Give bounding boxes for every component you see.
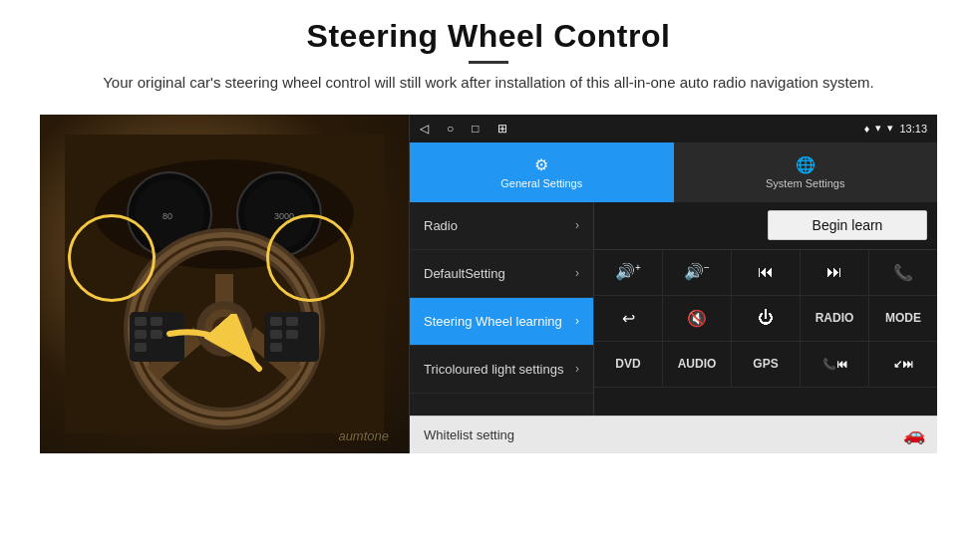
svg-rect-20 [135,330,147,339]
menu-icon[interactable]: ⊞ [497,122,507,136]
mode-button[interactable]: MODE [869,296,937,341]
mute-icon: 🔇 [687,309,707,328]
tab-system-label: System Settings [766,177,844,189]
settings-item-tricoloured-label: Tricoloured light settings [424,362,575,377]
status-bar-right: ♦ ▾ ▾ 13:13 [864,122,927,135]
steering-wheel-panel: 80 3000 [40,115,409,453]
svg-rect-25 [286,317,298,326]
vol-down-icon: 🔊− [684,262,710,281]
settings-item-radio[interactable]: Radio › [410,202,593,250]
phone-prev-icon: 📞⏮ [822,358,847,371]
gps-button[interactable]: GPS [732,342,801,387]
settings-item-tricoloured[interactable]: Tricoloured light settings › [410,346,593,394]
mute-button[interactable]: 🔇 [663,296,732,341]
phone-button[interactable]: 📞 [869,250,937,295]
control-grid: Begin learn 🔊+ 🔊− ⏮ [594,202,937,416]
settings-item-default[interactable]: DefaultSetting › [410,250,593,298]
power-icon: ⏻ [758,309,774,327]
settings-area: Radio › DefaultSetting › Steering Wheel … [410,202,937,416]
top-tabs: ⚙ General Settings 🌐 System Settings [410,142,937,202]
dvd-label: DVD [615,357,640,371]
content-area: 80 3000 [40,115,937,453]
phone-icon: 📞 [893,263,913,282]
tab-general[interactable]: ⚙ General Settings [410,142,674,202]
vol-down-button[interactable]: 🔊− [663,250,732,295]
whitelist-label: Whitelist setting [424,427,919,442]
wifi-icon: ▾ [875,122,881,135]
title-divider [469,61,508,64]
begin-learn-row: Begin learn [594,202,937,250]
android-panel: ◁ ○ □ ⊞ ♦ ▾ ▾ 13:13 ⚙ General Settings [409,115,937,453]
watermark: aumtone [338,428,389,443]
title-section: Steering Wheel Control Your original car… [103,18,874,95]
arrow-icon [160,314,279,394]
dvd-button[interactable]: DVD [594,342,663,387]
svg-text:80: 80 [163,211,172,221]
next-track-button[interactable]: ⏭ [801,250,869,295]
home-icon[interactable]: ○ [447,122,454,136]
vol-up-icon: 🔊+ [615,262,641,281]
nav-icons: ◁ ○ □ ⊞ [420,122,507,136]
settings-item-radio-label: Radio [424,218,575,233]
settings-item-default-label: DefaultSetting [424,266,575,281]
whitelist-car-icon: 🚗 [903,423,925,445]
tab-general-label: General Settings [500,177,582,189]
gps-icon: ♦ [864,123,870,135]
page-wrapper: Steering Wheel Control Your original car… [0,0,977,560]
return-button[interactable]: ↩ [594,296,663,341]
svg-rect-18 [135,317,147,326]
prev-track-button[interactable]: ⏮ [732,250,801,295]
whitelist-row[interactable]: Whitelist setting › 🚗 [410,416,937,453]
system-settings-icon: 🌐 [796,155,815,174]
back-icon[interactable]: ◁ [420,122,429,136]
return-icon: ↩ [622,309,635,328]
control-row-1: 🔊+ 🔊− ⏮ ⏭ 📞 [594,250,937,296]
next-track-icon: ⏭ [826,263,842,281]
phone-next-icon: ↙⏭ [893,358,913,371]
signal-icon: ▾ [887,122,893,135]
tab-system[interactable]: 🌐 System Settings [674,142,938,202]
audio-label: AUDIO [678,357,717,371]
yellow-circle-right [266,214,354,302]
recents-icon[interactable]: □ [472,122,479,136]
clock: 13:13 [899,123,927,135]
phone-prev-button[interactable]: 📞⏮ [801,342,869,387]
chevron-icon: › [575,362,579,376]
chevron-icon: › [575,218,579,232]
vol-up-button[interactable]: 🔊+ [594,250,663,295]
phone-next-button[interactable]: ↙⏭ [869,342,937,387]
power-button[interactable]: ⏻ [732,296,801,341]
chevron-icon: › [575,314,579,328]
audio-button[interactable]: AUDIO [663,342,732,387]
chevron-icon: › [575,266,579,280]
sw-image: 80 3000 [40,115,409,453]
control-row-2: ↩ 🔇 ⏻ RADIO MODE [594,296,937,342]
page-title: Steering Wheel Control [103,18,874,55]
page-subtitle: Your original car's steering wheel contr… [103,72,874,95]
settings-list: Radio › DefaultSetting › Steering Wheel … [410,202,594,416]
gps-label: GPS [753,357,778,371]
begin-learn-button[interactable]: Begin learn [768,210,927,240]
svg-rect-22 [135,343,147,352]
status-bar: ◁ ○ □ ⊞ ♦ ▾ ▾ 13:13 [410,115,937,142]
radio-button[interactable]: RADIO [801,296,869,341]
mode-label: MODE [885,311,921,325]
settings-item-steering[interactable]: Steering Wheel learning › [410,298,593,346]
radio-label: RADIO [815,311,854,325]
yellow-circle-left [68,214,156,302]
control-row-3: DVD AUDIO GPS 📞⏮ ↙⏭ [594,342,937,388]
svg-rect-27 [286,330,298,339]
prev-track-icon: ⏮ [758,263,774,281]
settings-item-steering-label: Steering Wheel learning [424,314,575,329]
general-settings-icon: ⚙ [534,155,548,174]
